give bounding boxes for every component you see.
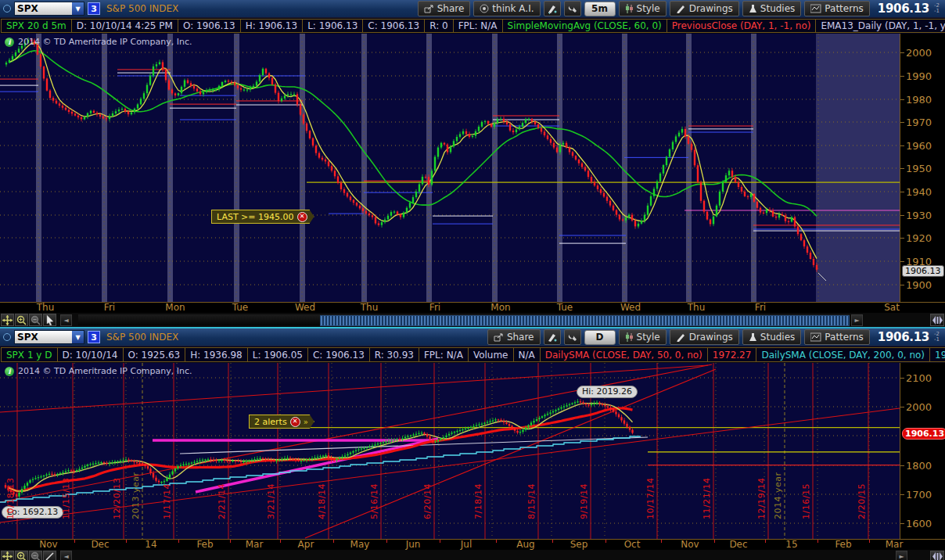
month-tick: [126, 540, 127, 543]
ohlc-cell[interactable]: FPL: N/A: [453, 19, 503, 33]
ohlc-cell[interactable]: N/A: [513, 347, 541, 362]
ohlc-cell[interactable]: SPX 1 y D: [1, 347, 58, 362]
symbol-dropdown-icon[interactable]: ▼: [72, 2, 84, 15]
bottom-chart-area[interactable]: i 2014 © TD Ameritrade IP Company, Inc. …: [0, 363, 945, 539]
ohlc-cell[interactable]: 1905.22: [929, 347, 945, 362]
info-icon[interactable]: i: [5, 367, 14, 376]
alert-bubble-1945[interactable]: LAST >= 1945.00✕: [211, 210, 314, 224]
ohlc-cell[interactable]: SPX 20 d 5m: [1, 19, 72, 33]
top-chart-area[interactable]: i 2014 © TD Ameritrade IP Company, Inc. …: [0, 34, 945, 302]
expand-panel-button[interactable]: [930, 314, 944, 326]
month-tick: [661, 540, 662, 543]
x-axis-label: Mon: [490, 303, 510, 313]
x-axis-label: Feb: [196, 540, 213, 550]
ohlc-cell[interactable]: Volume: [468, 347, 514, 362]
ohlc-cell[interactable]: O: 1906.13: [178, 19, 241, 33]
pan-tool-button[interactable]: [1, 314, 14, 326]
y-axis-tick: [900, 168, 904, 169]
share-button[interactable]: Share: [418, 1, 471, 16]
bottom-price-axis[interactable]: 1906.13 21002000180017001600: [900, 363, 945, 539]
date-line-label: 7/18/14: [473, 419, 483, 519]
linked-group-badge[interactable]: 3: [88, 331, 100, 343]
drawings-button[interactable]: Drawings: [670, 329, 739, 345]
pan-tool-button[interactable]: [1, 551, 14, 560]
ohlc-cell[interactable]: C: 1906.13: [307, 347, 370, 362]
remove-alert-icon[interactable]: ✕: [290, 417, 300, 427]
quick-draw-button[interactable]: [544, 1, 561, 16]
ohlc-cell[interactable]: D: 10/10/14: [57, 347, 124, 362]
y-axis-tick: [900, 52, 904, 53]
zoom-in-button[interactable]: [15, 314, 28, 326]
x-axis-label: Mar: [886, 540, 904, 550]
ohlc-cell[interactable]: L: 1906.05: [247, 347, 308, 362]
ohlc-cell[interactable]: R: 30.93: [369, 347, 419, 362]
zoom-in-button[interactable]: [15, 551, 28, 560]
alerts-group-bubble[interactable]: 2 alerts ✕ »: [249, 415, 314, 429]
drawings-button[interactable]: Drawings: [670, 1, 739, 16]
top-chart-canvas[interactable]: [0, 34, 900, 302]
style-button[interactable]: Style: [619, 329, 667, 345]
ohlc-cell[interactable]: EMA13_Daily (DAY, 1, -1, yes): [815, 19, 945, 33]
pencil-icon: [676, 332, 686, 342]
flask-icon: [749, 4, 757, 13]
info-icon[interactable]: i: [5, 38, 14, 47]
ohlc-cell[interactable]: C: 1906.13: [362, 19, 425, 33]
y-axis-tick: [900, 215, 904, 216]
candlestick-icon: [625, 332, 634, 342]
line-tool-button[interactable]: [43, 551, 56, 560]
scroll-right-button[interactable]: ►: [896, 551, 907, 560]
ohlc-cell[interactable]: PreviousClose (DAY, 1, -1, no): [667, 19, 817, 33]
symbol-dropdown-icon[interactable]: ▼: [72, 331, 84, 343]
symbol-value[interactable]: SPX: [15, 2, 72, 15]
top-time-axis: ThuFriMonTueWedThuFriMonTueWedThuFriSat: [0, 302, 945, 313]
scroll-left-button[interactable]: ◄: [60, 551, 72, 560]
y-axis-tick: [900, 465, 904, 466]
patterns-button[interactable]: Patterns: [804, 1, 869, 16]
ohlc-cell[interactable]: R: 0: [424, 19, 453, 33]
scrollbar-thumb[interactable]: [320, 315, 850, 326]
symbol-input-bottom[interactable]: SPX ▼: [14, 330, 84, 344]
scrollbar-track[interactable]: [78, 314, 850, 325]
tools-button[interactable]: [564, 329, 581, 345]
remove-alert-icon[interactable]: ✕: [297, 212, 307, 222]
expand-alerts-icon[interactable]: »: [304, 418, 307, 426]
top-price-axis[interactable]: 1906.13 20001990198019701960195019401930…: [900, 34, 945, 302]
ohlc-cell[interactable]: FPL: N/A: [419, 347, 469, 362]
ohlc-cell[interactable]: SimpleMovingAvg (CLOSE, 60, 0): [502, 19, 667, 33]
zoom-out-button[interactable]: [29, 314, 42, 326]
symbol-value[interactable]: SPX: [15, 331, 72, 343]
y-axis-tick: [900, 523, 904, 524]
ohlc-cell[interactable]: H: 1936.98: [185, 347, 248, 362]
date-line-label: 12/20/13: [112, 419, 122, 519]
timeframe-button[interactable]: 5m: [584, 2, 616, 16]
timeframe-button[interactable]: D: [584, 330, 616, 345]
patterns-button[interactable]: Patterns: [804, 329, 869, 345]
ohlc-cell[interactable]: 1972.27: [707, 347, 757, 362]
ohlc-cell[interactable]: L: 1906.13: [302, 19, 363, 33]
ohlc-cell[interactable]: H: 1906.13: [240, 19, 304, 33]
share-button[interactable]: Share: [487, 329, 541, 345]
bottom-ohlc-study-row: SPX 1 y DD: 10/10/14O: 1925.63H: 1936.98…: [0, 346, 945, 363]
top-ohlc-study-row: SPX 20 d 5mD: 10/10/14 4:25 PMO: 1906.13…: [0, 17, 945, 34]
style-button[interactable]: Style: [619, 1, 667, 16]
date-line-label: 5/16/14: [369, 419, 379, 519]
linked-group-badge[interactable]: 3: [88, 2, 100, 15]
scroll-right-button[interactable]: ►: [851, 314, 863, 326]
think-ai-button[interactable]: think A.I.: [473, 1, 540, 16]
ohlc-cell[interactable]: D: 10/10/14 4:25 PM: [71, 19, 178, 33]
quick-draw-button[interactable]: [544, 329, 561, 345]
studies-button[interactable]: Studies: [742, 1, 802, 16]
symbol-input-top[interactable]: SPX ▼: [14, 2, 84, 16]
x-axis-label: Thu: [37, 303, 55, 313]
scroll-left-button[interactable]: ◄: [60, 314, 72, 326]
cursor-tool-button[interactable]: [43, 314, 56, 326]
ohlc-cell[interactable]: O: 1925.63: [123, 347, 186, 362]
month-tick: [178, 540, 179, 543]
zoom-out-button[interactable]: [29, 551, 42, 560]
tools-button[interactable]: [564, 1, 581, 16]
ohlc-cell[interactable]: DailySMA (CLOSE, DAY, 200, 0, no): [756, 347, 930, 362]
studies-button[interactable]: Studies: [742, 329, 802, 345]
last-price: 1906.13: [878, 330, 929, 344]
expand-panel-button[interactable]: [930, 551, 944, 560]
ohlc-cell[interactable]: DailySMA (CLOSE, DAY, 50, 0, no): [540, 347, 708, 362]
